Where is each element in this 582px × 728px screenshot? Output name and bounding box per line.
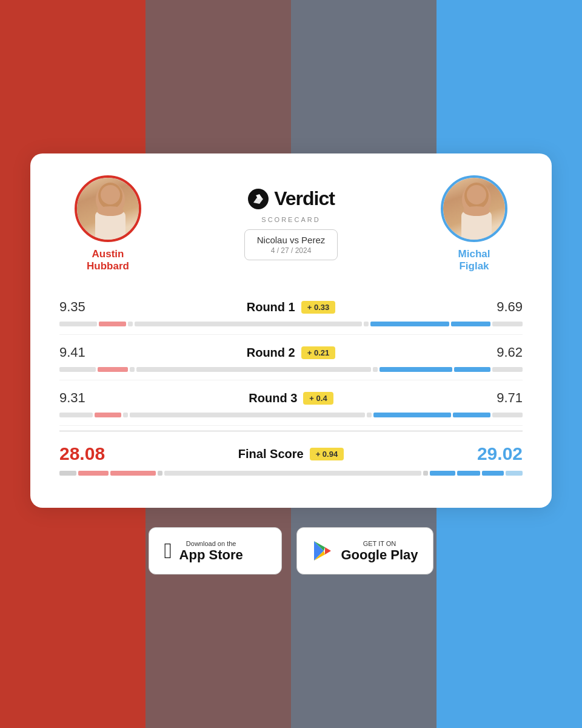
round-3-center: Round 3 0.4 xyxy=(249,391,333,405)
google-play-sub: GET IT ON xyxy=(341,540,418,548)
bar-seg xyxy=(492,413,523,417)
bar-seg xyxy=(506,471,523,476)
bar-seg xyxy=(59,413,93,417)
verdict-title: Verdict xyxy=(274,187,335,210)
bar-seg xyxy=(370,322,449,326)
google-play-text: GET IT ON Google Play xyxy=(341,540,418,562)
round-3-delta: 0.4 xyxy=(303,392,333,405)
bar-spacer xyxy=(130,413,365,417)
round-2-score-right: 9.62 xyxy=(480,345,523,360)
round-2-row: 9.41 Round 2 0.21 9.62 xyxy=(59,335,523,380)
bar-seg xyxy=(423,471,428,476)
final-score-right: 29.02 xyxy=(468,443,523,464)
round-2-score-left: 9.41 xyxy=(59,345,102,360)
matchup-box: Nicolau vs Perez 4 / 27 / 2024 xyxy=(244,229,338,260)
bar-seg xyxy=(59,471,76,476)
round-3-bars xyxy=(59,412,523,418)
bar-seg xyxy=(451,322,490,326)
final-score-center: Final Score 0.94 xyxy=(238,447,344,461)
fighter-right: Michal Figlak xyxy=(426,175,523,273)
bar-seg xyxy=(95,413,121,417)
final-score-label: Final Score xyxy=(238,447,304,461)
bar-seg xyxy=(453,413,490,417)
round-1-bars xyxy=(59,321,523,327)
google-play-icon xyxy=(312,540,333,562)
bar-seg xyxy=(454,367,490,372)
round-1-row: 9.35 Round 1 0.33 9.69 xyxy=(59,289,523,335)
round-3-header: 9.31 Round 3 0.4 9.71 xyxy=(59,390,523,406)
svg-point-10 xyxy=(463,206,490,216)
svg-point-2 xyxy=(101,185,120,204)
bar-seg xyxy=(78,471,109,476)
bar-spacer xyxy=(136,367,371,372)
round-1-center: Round 1 0.33 xyxy=(247,300,336,314)
fighter-right-avatar xyxy=(441,175,507,242)
app-store-main: App Store xyxy=(179,548,243,562)
round-3-score-left: 9.31 xyxy=(59,390,102,406)
final-score-delta: 0.94 xyxy=(310,448,344,460)
svg-point-8 xyxy=(467,185,486,204)
main-wrapper: Austin Hubbard Verdict SCORECARD Nicolau… xyxy=(0,0,582,728)
bar-seg xyxy=(380,367,452,372)
final-score-header: 28.08 Final Score 0.94 29.02 xyxy=(59,443,523,464)
bar-seg xyxy=(430,471,455,476)
bar-seg xyxy=(367,413,372,417)
fighter-left-name: Austin Hubbard xyxy=(87,248,129,273)
google-play-button[interactable]: GET IT ON Google Play xyxy=(296,527,433,575)
round-1-label: Round 1 xyxy=(247,300,295,314)
apple-icon:  xyxy=(164,538,172,564)
bar-seg xyxy=(457,471,480,476)
final-bars xyxy=(59,470,523,476)
round-1-score-left: 9.35 xyxy=(59,299,102,315)
round-3-label: Round 3 xyxy=(249,391,297,405)
scorecard-card: Austin Hubbard Verdict SCORECARD Nicolau… xyxy=(30,153,552,508)
bar-seg xyxy=(128,322,133,326)
round-2-center: Round 2 0.21 xyxy=(247,346,336,360)
bar-seg xyxy=(373,367,378,372)
round-1-delta: 0.33 xyxy=(301,301,336,314)
scorecard-label: SCORECARD xyxy=(261,216,320,223)
bar-seg xyxy=(59,367,96,372)
svg-point-4 xyxy=(97,206,124,216)
round-1-header: 9.35 Round 1 0.33 9.69 xyxy=(59,299,523,315)
fighter-left-avatar xyxy=(75,175,141,242)
bar-seg xyxy=(492,367,523,372)
bar-seg xyxy=(158,471,162,476)
round-2-label: Round 2 xyxy=(247,346,295,360)
round-3-row: 9.31 Round 3 0.4 9.71 xyxy=(59,380,523,426)
fighter-left: Austin Hubbard xyxy=(59,175,156,273)
round-2-header: 9.41 Round 2 0.21 9.62 xyxy=(59,345,523,360)
header-row: Austin Hubbard Verdict SCORECARD Nicolau… xyxy=(59,175,523,273)
store-buttons:  Download on the App Store GET IT ON Go… xyxy=(149,527,433,575)
matchup-date: 4 / 27 / 2024 xyxy=(257,246,326,255)
final-score-row: 28.08 Final Score 0.94 29.02 xyxy=(59,431,523,484)
bar-seg xyxy=(99,322,126,326)
bar-seg xyxy=(130,367,135,372)
bar-seg xyxy=(98,367,128,372)
bar-seg xyxy=(492,322,523,326)
verdict-logo: Verdict xyxy=(247,187,335,210)
round-3-score-right: 9.71 xyxy=(480,390,523,406)
round-2-delta: 0.21 xyxy=(301,346,336,359)
bar-seg xyxy=(364,322,369,326)
matchup-title: Nicolau vs Perez xyxy=(257,235,326,245)
fighter-right-name: Michal Figlak xyxy=(458,248,490,273)
google-play-main: Google Play xyxy=(341,548,418,562)
bar-seg xyxy=(123,413,128,417)
app-store-button[interactable]:  Download on the App Store xyxy=(149,527,282,575)
app-store-text: Download on the App Store xyxy=(179,540,243,562)
center-info: Verdict SCORECARD Nicolau vs Perez 4 / 2… xyxy=(156,187,426,260)
bar-spacer xyxy=(164,471,421,476)
round-2-bars xyxy=(59,366,523,372)
bar-seg xyxy=(373,413,451,417)
app-store-sub: Download on the xyxy=(179,540,243,548)
rounds-section: 9.35 Round 1 0.33 9.69 xyxy=(59,289,523,484)
bar-seg xyxy=(110,471,156,476)
round-1-score-right: 9.69 xyxy=(480,299,523,315)
bar-seg xyxy=(59,322,97,326)
bar-seg xyxy=(482,471,504,476)
bar-spacer xyxy=(135,322,362,326)
final-score-left: 28.08 xyxy=(59,443,114,464)
verdict-hammer-icon xyxy=(247,188,269,210)
